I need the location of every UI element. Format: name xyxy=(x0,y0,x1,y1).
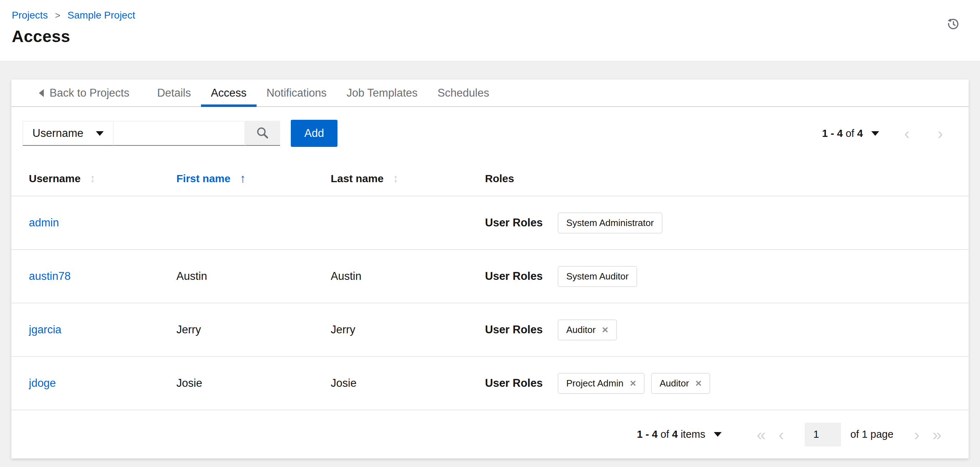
user-roles-label: User Roles xyxy=(485,377,543,390)
next-page-button[interactable]: › xyxy=(932,125,948,142)
search-button[interactable] xyxy=(245,121,280,146)
breadcrumb-link-sample-project[interactable]: Sample Project xyxy=(67,10,135,21)
items-range: 1 - 4 of 4 items xyxy=(637,429,705,440)
page-count-label: of 1 page xyxy=(850,429,893,440)
pagination-bottom: 1 - 4 of 4 items « ‹ of 1 page › » xyxy=(11,410,969,459)
role-chips: System Administrator xyxy=(558,212,662,234)
content-area: Back to Projects Details Access Notifica… xyxy=(0,61,980,467)
role-chip: System Auditor xyxy=(558,266,637,287)
username-link[interactable]: jgarcia xyxy=(29,324,61,336)
caret-left-icon xyxy=(39,89,44,97)
first-name-cell: Jerry xyxy=(177,324,331,336)
next-page-button[interactable]: › xyxy=(908,426,926,443)
username-link[interactable]: austin78 xyxy=(29,270,70,282)
sort-icon[interactable]: ↕ xyxy=(393,172,398,185)
tab-access[interactable]: Access xyxy=(201,80,256,106)
caret-down-icon xyxy=(714,432,722,437)
items-per-page-select[interactable]: 1 - 4 of 4 items xyxy=(637,429,722,440)
role-chip: Auditor × xyxy=(651,373,710,394)
add-button[interactable]: Add xyxy=(291,120,337,147)
last-page-button[interactable]: » xyxy=(926,426,948,443)
table-row: jdoge Josie Josie User Roles Project Adm… xyxy=(11,356,969,410)
role-chip-label: System Administrator xyxy=(566,217,654,228)
angle-right-icon: › xyxy=(914,425,920,444)
role-chip: Project Admin × xyxy=(558,373,645,394)
page-header: Projects > Sample Project Access xyxy=(0,0,980,61)
history-icon xyxy=(946,16,960,31)
roles-cell: User Roles System Auditor xyxy=(485,266,951,287)
role-chips: System Auditor xyxy=(558,266,637,287)
sort-icon[interactable]: ↕ xyxy=(90,172,95,185)
close-icon: × xyxy=(602,324,608,335)
column-header-first-name[interactable]: First name ↑ xyxy=(177,172,331,185)
username-link[interactable]: jdoge xyxy=(29,377,56,389)
angle-right-icon: › xyxy=(938,124,943,143)
pagination-range: 1 - 4 of 4 xyxy=(822,128,863,139)
close-icon: × xyxy=(695,377,702,389)
remove-role-button[interactable]: × xyxy=(695,378,702,389)
angle-double-left-icon: « xyxy=(757,425,766,444)
first-page-button[interactable]: « xyxy=(750,426,772,443)
role-chip-label: System Auditor xyxy=(566,271,628,282)
search-filter-group: Username xyxy=(22,121,280,146)
first-name-cell: Austin xyxy=(177,270,331,283)
back-tab-label: Back to Projects xyxy=(49,87,129,99)
access-card: Back to Projects Details Access Notifica… xyxy=(11,80,969,459)
current-page-input[interactable] xyxy=(805,423,841,446)
table-row: austin78 Austin Austin User Roles System… xyxy=(11,249,969,303)
filter-key-select[interactable]: Username xyxy=(22,121,114,146)
breadcrumb-link-projects[interactable]: Projects xyxy=(12,10,48,21)
roles-cell: User Roles Auditor × xyxy=(485,319,951,340)
first-name-cell: Josie xyxy=(177,377,331,390)
table-row: jgarcia Jerry Jerry User Roles Auditor × xyxy=(11,303,969,356)
tab-back-to-projects[interactable]: Back to Projects xyxy=(29,80,139,106)
role-chips: Auditor × xyxy=(558,319,617,340)
tab-details[interactable]: Details xyxy=(147,80,201,106)
angle-left-icon: ‹ xyxy=(904,124,910,143)
search-input[interactable] xyxy=(114,121,245,146)
tab-notifications[interactable]: Notifications xyxy=(256,80,337,106)
role-chip-label: Auditor xyxy=(566,324,595,335)
breadcrumb: Projects > Sample Project xyxy=(12,9,960,21)
role-chip: System Administrator xyxy=(558,212,662,234)
column-header-roles: Roles xyxy=(485,172,951,185)
angle-double-right-icon: » xyxy=(932,425,942,444)
tabs-bar: Back to Projects Details Access Notifica… xyxy=(11,80,969,107)
roles-cell: User Roles System Administrator xyxy=(485,212,951,234)
page-nav-group: « ‹ of 1 page › » xyxy=(750,423,948,446)
angle-left-icon: ‹ xyxy=(779,425,784,444)
role-chips: Project Admin × Auditor × xyxy=(558,373,710,394)
breadcrumb-separator-icon: > xyxy=(55,9,60,21)
username-link[interactable]: admin xyxy=(29,217,59,229)
table-row: admin User Roles System Administrator xyxy=(11,196,969,249)
column-header-last-name[interactable]: Last name ↕ xyxy=(331,172,485,185)
prev-page-button[interactable]: ‹ xyxy=(772,426,791,443)
remove-role-button[interactable]: × xyxy=(630,378,636,389)
toolbar: Username Add 1 - 4 of 4 xyxy=(11,107,969,161)
column-header-username[interactable]: Username ↕ xyxy=(29,172,177,185)
role-chip-label: Auditor xyxy=(660,378,689,389)
user-roles-label: User Roles xyxy=(485,217,543,229)
sort-ascending-icon[interactable]: ↑ xyxy=(240,172,246,185)
tab-job-templates[interactable]: Job Templates xyxy=(337,80,428,106)
last-name-cell: Jerry xyxy=(331,324,485,336)
remove-role-button[interactable]: × xyxy=(602,324,608,335)
caret-down-icon xyxy=(871,131,879,136)
tab-schedules[interactable]: Schedules xyxy=(428,80,499,106)
user-roles-label: User Roles xyxy=(485,324,543,336)
search-icon xyxy=(255,126,270,140)
last-name-cell: Austin xyxy=(331,270,485,283)
caret-down-icon xyxy=(96,131,104,136)
prev-page-button[interactable]: ‹ xyxy=(899,125,915,142)
table-header-row: Username ↕ First name ↑ Last name ↕ Role… xyxy=(11,161,969,196)
filter-key-label: Username xyxy=(32,127,83,140)
role-chip-label: Project Admin xyxy=(566,378,623,389)
activity-history-button[interactable] xyxy=(946,16,960,31)
per-page-select[interactable]: 1 - 4 of 4 xyxy=(822,128,879,139)
close-icon: × xyxy=(630,377,636,389)
roles-cell: User Roles Project Admin × Auditor × xyxy=(485,373,951,394)
user-roles-label: User Roles xyxy=(485,270,543,283)
last-name-cell: Josie xyxy=(331,377,485,390)
pagination-top: 1 - 4 of 4 ‹ › xyxy=(822,125,948,142)
page-title: Access xyxy=(12,27,960,46)
